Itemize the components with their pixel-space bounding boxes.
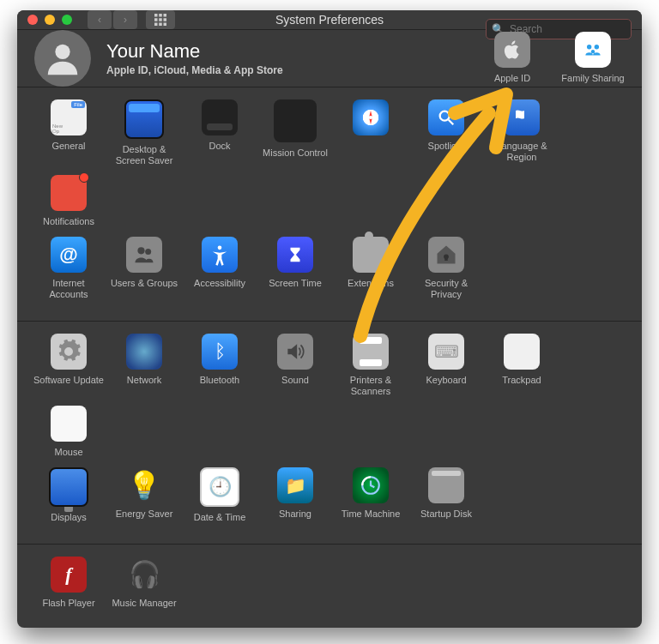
grid-icon	[154, 14, 166, 26]
pref-music-manager[interactable]: 🎧Music Manager	[106, 557, 182, 609]
back-button[interactable]: ‹	[88, 10, 112, 29]
pref-trackpad[interactable]: Trackpad	[484, 334, 559, 397]
minimize-button[interactable]	[45, 15, 55, 25]
user-name: Your Name	[106, 40, 283, 63]
svg-point-15	[440, 111, 450, 121]
pref-safari[interactable]	[333, 99, 408, 166]
pref-energy-saver[interactable]: 💡Energy Saver	[106, 467, 182, 523]
pref-label: Energy Saver	[116, 509, 173, 520]
svg-point-17	[137, 247, 144, 254]
user-avatar[interactable]	[34, 30, 91, 87]
pref-label: Startup Disk	[420, 509, 472, 520]
pref-label: Desktop & Screen Saver	[108, 144, 180, 166]
svg-rect-6	[154, 23, 158, 27]
pref-language[interactable]: Language & Region	[484, 99, 559, 166]
pref-dock[interactable]: Dock	[182, 99, 257, 166]
pref-time-machine[interactable]: Time Machine	[333, 467, 408, 523]
svg-rect-8	[164, 23, 167, 27]
pref-notifications[interactable]: Notifications	[31, 175, 106, 227]
svg-point-9	[55, 45, 70, 59]
pref-screen-time[interactable]: Screen Time	[257, 237, 333, 300]
folder-icon: 📁	[277, 467, 313, 503]
pref-spotlight[interactable]: Spotlight	[408, 99, 484, 166]
pref-bluetooth[interactable]: ᛒBluetooth	[182, 334, 257, 397]
system-preferences-window: ‹ › System Preferences 🔍 Your Name Apple…	[17, 10, 642, 628]
svg-point-10	[587, 45, 591, 49]
time-machine-icon	[353, 467, 389, 503]
apple-id-header: Your Name Apple ID, iCloud, Media & App …	[17, 30, 642, 87]
family-sharing-item[interactable]: Family Sharing	[561, 32, 625, 84]
dock-icon	[202, 99, 238, 135]
pref-label: Displays	[51, 512, 87, 523]
hourglass-icon	[277, 237, 313, 273]
gear-icon	[51, 334, 87, 370]
chevron-right-icon: ›	[124, 14, 127, 26]
pref-label: Internet Accounts	[33, 278, 105, 300]
house-lock-icon	[428, 237, 464, 273]
svg-marker-14	[364, 116, 378, 119]
bluetooth-icon: ᛒ	[202, 334, 238, 370]
pref-extensions[interactable]: Extensions	[333, 237, 408, 300]
pref-flash-player[interactable]: fFlash Player	[31, 557, 106, 609]
pref-label: Flash Player	[42, 598, 94, 609]
pref-users-groups[interactable]: Users & Groups	[106, 237, 182, 300]
apple-id-item[interactable]: Apple ID	[481, 32, 544, 84]
chevron-left-icon: ‹	[98, 14, 101, 26]
family-icon	[575, 32, 611, 68]
pref-sound[interactable]: Sound	[257, 334, 333, 397]
svg-rect-7	[159, 23, 162, 27]
pref-internet-accounts[interactable]: @Internet Accounts	[31, 237, 106, 300]
pref-label: Music Manager	[112, 598, 176, 609]
svg-point-11	[595, 45, 599, 49]
svg-line-16	[449, 120, 454, 125]
pref-security[interactable]: Security & Privacy	[408, 237, 484, 300]
close-button[interactable]	[27, 15, 38, 25]
pref-mission-control[interactable]: Mission Control	[257, 99, 333, 166]
pref-displays[interactable]: Displays	[31, 467, 106, 523]
pref-label: Sound	[281, 375, 309, 386]
zoom-button[interactable]	[62, 15, 72, 25]
pref-label: Extensions	[348, 278, 394, 289]
apple-logo-icon	[494, 32, 530, 68]
pref-startup-disk[interactable]: Startup Disk	[408, 467, 484, 523]
svg-point-18	[145, 249, 151, 255]
flag-icon	[504, 99, 540, 135]
user-info[interactable]: Your Name Apple ID, iCloud, Media & App …	[106, 40, 283, 76]
pref-label: Printers & Scanners	[335, 375, 407, 397]
pref-general[interactable]: General	[31, 99, 106, 166]
header-icons: Apple ID Family Sharing	[481, 32, 625, 84]
family-sharing-label: Family Sharing	[561, 73, 624, 84]
pref-label: Users & Groups	[111, 278, 178, 289]
svg-rect-5	[164, 18, 167, 21]
safari-icon	[353, 99, 389, 135]
forward-button[interactable]: ›	[113, 10, 137, 29]
pref-keyboard[interactable]: Keyboard	[408, 334, 484, 397]
show-all-button[interactable]	[146, 10, 175, 29]
user-subtitle: Apple ID, iCloud, Media & App Store	[106, 64, 283, 76]
pref-accessibility[interactable]: Accessibility	[182, 237, 257, 300]
mission-control-icon	[274, 99, 317, 142]
keyboard-icon	[428, 334, 464, 370]
pref-label: Notifications	[43, 216, 94, 227]
users-icon	[126, 237, 162, 273]
pref-network[interactable]: Network	[106, 334, 182, 397]
pref-label: Security & Privacy	[410, 278, 482, 300]
pref-sharing[interactable]: 📁Sharing	[257, 467, 333, 523]
pref-mouse[interactable]: Mouse	[31, 406, 106, 458]
pref-date-time[interactable]: 🕘Date & Time	[182, 467, 257, 523]
pref-desktop[interactable]: Desktop & Screen Saver	[106, 99, 182, 166]
pref-label: Time Machine	[342, 509, 401, 520]
accessibility-icon	[202, 237, 238, 273]
pref-label: Keyboard	[426, 375, 466, 386]
pref-label: General	[51, 141, 85, 152]
flash-icon: f	[51, 557, 87, 593]
general-icon	[51, 99, 87, 135]
pref-label: Spotlight	[428, 141, 465, 152]
svg-point-12	[591, 50, 595, 53]
pref-printers[interactable]: Printers & Scanners	[333, 334, 408, 397]
person-icon	[43, 39, 82, 78]
svg-rect-4	[159, 18, 162, 21]
pref-software-update[interactable]: Software Update	[31, 334, 106, 397]
speaker-icon	[277, 334, 313, 370]
pref-label: Software Update	[33, 375, 104, 386]
